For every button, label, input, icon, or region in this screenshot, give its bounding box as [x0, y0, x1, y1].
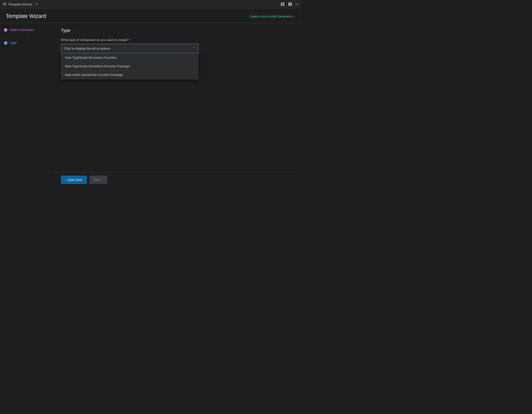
split-icon[interactable]: [288, 2, 292, 6]
dropdown-container: Click to display the list of options ⌃ N…: [61, 44, 198, 53]
title-bar-right: [281, 2, 299, 6]
forward-chevron-icon: ›: [102, 178, 103, 182]
content-area: Type What type of component do you want …: [54, 23, 302, 187]
chevron-up-icon: ⌃: [193, 47, 195, 50]
sidebar: Select Generator Type: [0, 23, 54, 187]
title-bar-title: Template Wizard: [8, 2, 32, 6]
dropdown-trigger[interactable]: Click to display the list of options ⌃: [61, 44, 198, 53]
svg-rect-3: [288, 2, 290, 6]
field-required-marker: *: [130, 38, 131, 42]
sidebar-item-type[interactable]: Type: [4, 41, 50, 45]
dropdown-option-3[interactable]: New Kotlin Serverless Function Package: [61, 70, 198, 79]
sidebar-dot-type: [4, 41, 7, 45]
dropdown-menu: New TypeScript Serverless Function New T…: [61, 53, 198, 79]
sidebar-dot-select-generator: [4, 28, 7, 32]
main-header: Template Wizard Explore and Install Gene…: [0, 9, 302, 23]
svg-rect-4: [290, 2, 292, 6]
body-layout: Select Generator Type Type What type of …: [0, 23, 302, 187]
layout-icon[interactable]: [281, 2, 285, 6]
sidebar-item-label-select-generator: Select Generator: [10, 28, 34, 32]
section-title: Type: [61, 28, 295, 33]
sidebar-item-select-generator[interactable]: Select Generator: [4, 28, 50, 32]
field-label: What type of component do you want to cr…: [61, 38, 295, 42]
start-over-button[interactable]: ‹ Start Over: [61, 176, 87, 184]
svg-rect-2: [283, 4, 284, 6]
svg-rect-0: [281, 2, 282, 6]
back-chevron-icon: ‹: [65, 178, 66, 182]
page-title: Template Wizard: [6, 13, 46, 19]
title-bar-left: Template Wizard ×: [3, 2, 38, 6]
connector-dot-3: [28, 38, 28, 39]
sidebar-item-label-type: Type: [10, 41, 17, 45]
start-over-label: Start Over: [68, 178, 82, 182]
connector-dot-2: [28, 36, 28, 37]
close-icon[interactable]: ×: [36, 2, 38, 6]
more-options-icon[interactable]: [295, 4, 299, 5]
connector-dot-1: [28, 35, 28, 36]
explore-link[interactable]: Explore and Install Generators...: [250, 14, 296, 18]
dropdown-option-1[interactable]: New TypeScript Serverless Function: [61, 53, 198, 62]
next-label: Next: [94, 178, 100, 182]
footer: ‹ Start Over Next ›: [54, 172, 302, 187]
menu-icon[interactable]: [3, 3, 6, 6]
field-label-text: What type of component do you want to cr…: [61, 38, 129, 42]
svg-rect-1: [283, 2, 284, 4]
dropdown-option-2[interactable]: New TypeScript Serverless Function Packa…: [61, 62, 198, 70]
next-button[interactable]: Next ›: [89, 176, 107, 184]
dropdown-placeholder: Click to display the list of options: [64, 47, 110, 50]
title-bar: Template Wizard ×: [0, 0, 302, 9]
sidebar-connector: [5, 33, 50, 40]
